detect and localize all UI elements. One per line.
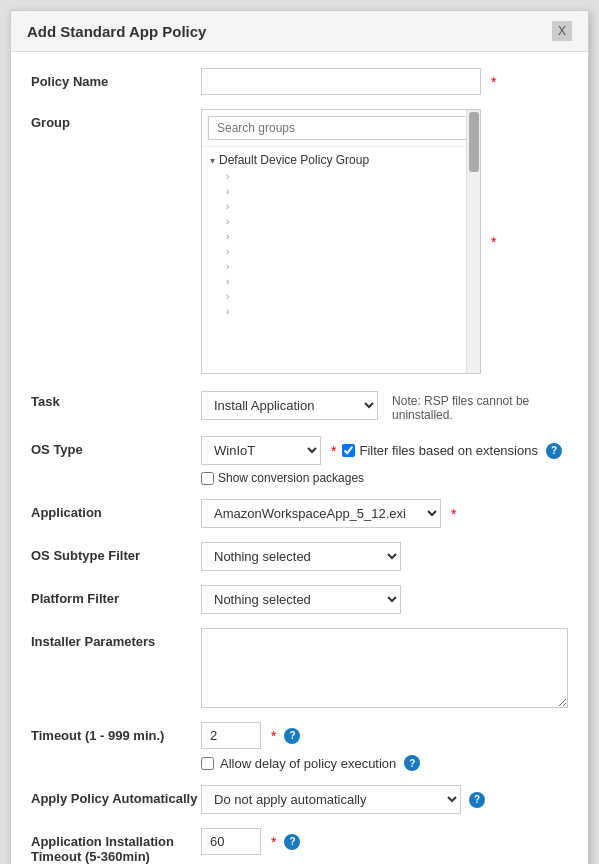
filter-checkbox-label[interactable]: Filter files based on extensions (342, 443, 537, 458)
platform-filter-label: Platform Filter (31, 585, 201, 606)
chevron-right-icon: › (226, 231, 229, 242)
os-subtype-control: Nothing selected (201, 542, 568, 571)
list-item[interactable]: › (202, 274, 480, 289)
chevron-right-icon: › (226, 306, 229, 317)
installer-params-row: Installer Parameters (31, 628, 568, 708)
application-label: Application (31, 499, 201, 520)
platform-filter-row: Platform Filter Nothing selected (31, 585, 568, 614)
installer-params-control (201, 628, 568, 708)
allow-delay-row: Allow delay of policy execution ? (201, 755, 420, 771)
app-timeout-input[interactable] (201, 828, 261, 855)
chevron-right-icon: › (226, 201, 229, 212)
installer-params-textarea[interactable] (201, 628, 568, 708)
filter-info-icon[interactable]: ? (546, 443, 562, 459)
platform-filter-control: Nothing selected (201, 585, 568, 614)
list-item[interactable]: › (202, 184, 480, 199)
application-select[interactable]: AmazonWorkspaceApp_5_12.exi (201, 499, 441, 528)
timeout-input[interactable] (201, 722, 261, 749)
timeout-row: Timeout (1 - 999 min.) * ? Allow delay o… (31, 722, 568, 771)
task-select[interactable]: Install Application Uninstall Applicatio… (201, 391, 378, 420)
chevron-right-icon: › (226, 171, 229, 182)
chevron-right-icon: › (226, 276, 229, 287)
app-timeout-row: Application Installation Timeout (5-360m… (31, 828, 568, 864)
list-item[interactable]: › (202, 229, 480, 244)
list-item[interactable]: › (202, 199, 480, 214)
os-subtype-label: OS Subtype Filter (31, 542, 201, 563)
dialog-body: Policy Name * Group (11, 52, 588, 864)
list-item[interactable]: › (202, 244, 480, 259)
dialog: Add Standard App Policy X Policy Name * … (10, 10, 589, 864)
task-row: Task Install Application Uninstall Appli… (31, 388, 568, 422)
allow-delay-checkbox[interactable] (201, 757, 214, 770)
app-timeout-info-icon[interactable]: ? (284, 834, 300, 850)
os-subtype-select[interactable]: Nothing selected (201, 542, 401, 571)
app-timeout-label: Application Installation Timeout (5-360m… (31, 828, 201, 864)
allow-delay-info-icon[interactable]: ? (404, 755, 420, 771)
group-list[interactable]: ▾ Default Device Policy Group › › › › › … (202, 147, 480, 373)
group-root-item[interactable]: ▾ Default Device Policy Group (202, 151, 480, 169)
group-row: Group ▾ Default Device Policy Group › (31, 109, 568, 374)
apply-policy-select[interactable]: Do not apply automatically Apply automat… (201, 785, 461, 814)
list-item[interactable]: › (202, 214, 480, 229)
task-note: Note: RSP files cannot be uninstalled. (392, 388, 568, 422)
application-control: AmazonWorkspaceApp_5_12.exi * (201, 499, 568, 528)
policy-name-label: Policy Name (31, 68, 201, 89)
filter-checkbox[interactable] (342, 444, 355, 457)
list-item[interactable]: › (202, 304, 480, 319)
dialog-header: Add Standard App Policy X (11, 11, 588, 52)
timeout-required: * (271, 728, 276, 744)
task-control: Install Application Uninstall Applicatio… (201, 388, 568, 422)
policy-name-row: Policy Name * (31, 68, 568, 95)
group-search (202, 110, 480, 147)
group-label: Group (31, 109, 201, 130)
apply-policy-label: Apply Policy Automatically (31, 785, 201, 806)
apply-policy-row: Apply Policy Automatically Do not apply … (31, 785, 568, 814)
list-item[interactable]: › (202, 259, 480, 274)
os-type-select[interactable]: WinIoT Windows Linux macOS (201, 436, 321, 465)
os-type-control: WinIoT Windows Linux macOS * Filter file… (201, 436, 568, 485)
os-type-required: * (331, 443, 336, 459)
group-required: * (491, 234, 496, 250)
installer-params-label: Installer Parameters (31, 628, 201, 649)
platform-filter-select[interactable]: Nothing selected (201, 585, 401, 614)
chevron-down-icon: ▾ (210, 155, 215, 166)
policy-name-control: * (201, 68, 568, 95)
show-conversion-checkbox[interactable] (201, 472, 214, 485)
os-type-row: OS Type WinIoT Windows Linux macOS * Fil… (31, 436, 568, 485)
policy-name-required: * (491, 74, 496, 90)
os-type-label: OS Type (31, 436, 201, 457)
app-timeout-required: * (271, 834, 276, 850)
policy-name-input[interactable] (201, 68, 481, 95)
show-conversion-row: Show conversion packages (201, 471, 364, 485)
group-box: ▾ Default Device Policy Group › › › › › … (201, 109, 481, 374)
apply-policy-info-icon[interactable]: ? (469, 792, 485, 808)
chevron-right-icon: › (226, 186, 229, 197)
dialog-title: Add Standard App Policy (27, 23, 206, 40)
app-timeout-control: * ? (201, 828, 568, 855)
application-row: Application AmazonWorkspaceApp_5_12.exi … (31, 499, 568, 528)
os-subtype-row: OS Subtype Filter Nothing selected (31, 542, 568, 571)
close-button[interactable]: X (552, 21, 572, 41)
chevron-right-icon: › (226, 261, 229, 272)
list-item[interactable]: › (202, 289, 480, 304)
chevron-right-icon: › (226, 246, 229, 257)
timeout-info-icon[interactable]: ? (284, 728, 300, 744)
task-label: Task (31, 388, 201, 409)
timeout-control: * ? Allow delay of policy execution ? (201, 722, 568, 771)
chevron-right-icon: › (226, 216, 229, 227)
list-item[interactable]: › (202, 169, 480, 184)
timeout-label: Timeout (1 - 999 min.) (31, 722, 201, 743)
chevron-right-icon: › (226, 291, 229, 302)
group-search-input[interactable] (208, 116, 474, 140)
apply-policy-control: Do not apply automatically Apply automat… (201, 785, 568, 814)
scrollbar-thumb (469, 112, 479, 172)
application-required: * (451, 506, 456, 522)
group-control: ▾ Default Device Policy Group › › › › › … (201, 109, 568, 374)
scrollbar[interactable] (466, 110, 480, 373)
